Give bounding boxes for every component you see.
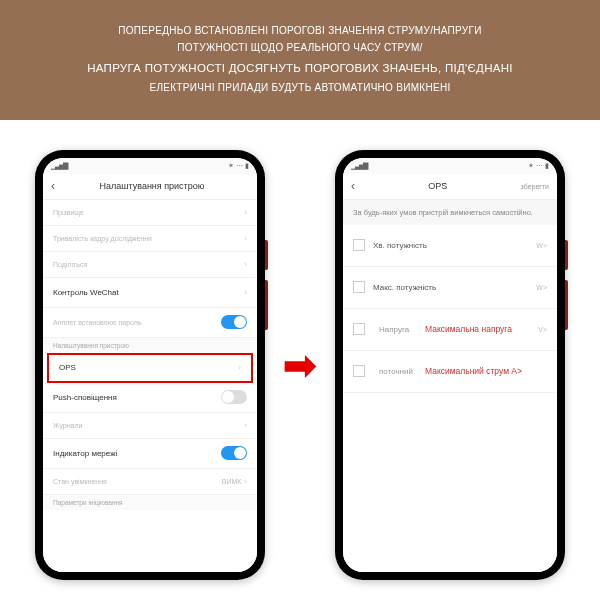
banner-line-1: ПОПЕРЕДНЬО ВСТАНОВЛЕНІ ПОРОГОВІ ЗНАЧЕННЯ… <box>20 22 580 39</box>
checkbox-current[interactable] <box>353 365 365 377</box>
row-frame-duration[interactable]: Тривалість кадру дослідження› <box>43 226 257 252</box>
signal-icon: ▁▃▅▇ <box>51 162 67 170</box>
toggle-applet-password[interactable] <box>221 315 247 329</box>
row-ops[interactable]: OPS› <box>47 353 253 383</box>
section-header: Налаштування пристрою <box>43 338 257 353</box>
row-network-indicator[interactable]: Індикатор мережі <box>43 439 257 469</box>
back-icon[interactable]: ‹ <box>351 179 355 193</box>
row-logs[interactable]: Журнали› <box>43 413 257 439</box>
checkbox-max-power[interactable] <box>353 281 365 293</box>
phone-side-button <box>565 240 568 270</box>
chevron-right-icon: › <box>244 477 247 486</box>
signal-icon: ▁▃▅▇ <box>351 162 367 170</box>
ops-subhead: За будь-яких умов пристрій вимкнеться са… <box>343 200 557 225</box>
chevron-right-icon: › <box>238 363 241 372</box>
screen-right: ▁▃▅▇ ✶ ⋯ ▮ ‹ OPS зберегти За будь-яких у… <box>343 158 557 572</box>
row-current[interactable]: поточний Максимальний струм A> <box>343 351 557 393</box>
chevron-right-icon: › <box>244 234 247 243</box>
row-init-params: Параметри ініціювання <box>43 495 257 510</box>
row-wechat[interactable]: Контроль WeChat› <box>43 278 257 308</box>
app-bar: ‹ OPS зберегти <box>343 174 557 200</box>
status-icons: ✶ ⋯ ▮ <box>228 162 249 170</box>
phone-right: ▁▃▅▇ ✶ ⋯ ▮ ‹ OPS зберегти За будь-яких у… <box>335 150 565 580</box>
row-power-state[interactable]: Стан увімкнення ВИМК› <box>43 469 257 495</box>
banner-line-4: ЕЛЕКТРИЧНІ ПРИЛАДИ БУДУТЬ АВТОМАТИЧНО ВИ… <box>20 79 580 96</box>
chevron-right-icon: › <box>244 260 247 269</box>
banner-line-2: ПОТУЖНОСТІ ЩОДО РЕАЛЬНОГО ЧАСУ СТРУМ/ <box>20 39 580 56</box>
app-bar: ‹ Налаштування пристрою <box>43 174 257 200</box>
chevron-right-icon: › <box>244 288 247 297</box>
phone-left: ▁▃▅▇ ✶ ⋯ ▮ ‹ Налаштування пристрою Прізв… <box>35 150 265 580</box>
status-icons: ✶ ⋯ ▮ <box>528 162 549 170</box>
phone-side-button <box>565 280 568 330</box>
banner-line-3: НАПРУГА ПОТУЖНОСТІ ДОСЯГНУТЬ ПОРОГОВИХ З… <box>20 59 580 79</box>
checkbox-voltage[interactable] <box>353 323 365 335</box>
status-bar: ▁▃▅▇ ✶ ⋯ ▮ <box>343 158 557 174</box>
phone-side-button <box>265 240 268 270</box>
chevron-right-icon: › <box>244 421 247 430</box>
phones-stage: ▁▃▅▇ ✶ ⋯ ▮ ‹ Налаштування пристрою Прізв… <box>0 120 600 600</box>
row-voltage[interactable]: Напруга Максимальна напруга V> <box>343 309 557 351</box>
status-bar: ▁▃▅▇ ✶ ⋯ ▮ <box>43 158 257 174</box>
page-title: OPS <box>428 181 447 191</box>
row-push[interactable]: Push-сповіщення <box>43 383 257 413</box>
arrow-right-icon: ➡ <box>283 345 317 385</box>
row-share[interactable]: Поділіться› <box>43 252 257 278</box>
row-min-power[interactable]: Хв. потужність W> <box>343 225 557 267</box>
row-nickname[interactable]: Прізвище› <box>43 200 257 226</box>
phone-side-button <box>265 280 268 330</box>
back-icon[interactable]: ‹ <box>51 179 55 193</box>
chevron-right-icon: › <box>244 208 247 217</box>
toggle-network-indicator[interactable] <box>221 446 247 460</box>
checkbox-min-power[interactable] <box>353 239 365 251</box>
row-max-power[interactable]: Макс. потужність W> <box>343 267 557 309</box>
settings-list: Прізвище› Тривалість кадру дослідження› … <box>43 200 257 572</box>
toggle-push[interactable] <box>221 390 247 404</box>
save-button[interactable]: зберегти <box>521 183 549 190</box>
page-title: Налаштування пристрою <box>100 181 205 191</box>
promo-banner: ПОПЕРЕДНЬО ВСТАНОВЛЕНІ ПОРОГОВІ ЗНАЧЕННЯ… <box>0 0 600 120</box>
ops-list: За будь-яких умов пристрій вимкнеться са… <box>343 200 557 572</box>
screen-left: ▁▃▅▇ ✶ ⋯ ▮ ‹ Налаштування пристрою Прізв… <box>43 158 257 572</box>
row-applet-password[interactable]: Апплет встановлює пароль <box>43 308 257 338</box>
